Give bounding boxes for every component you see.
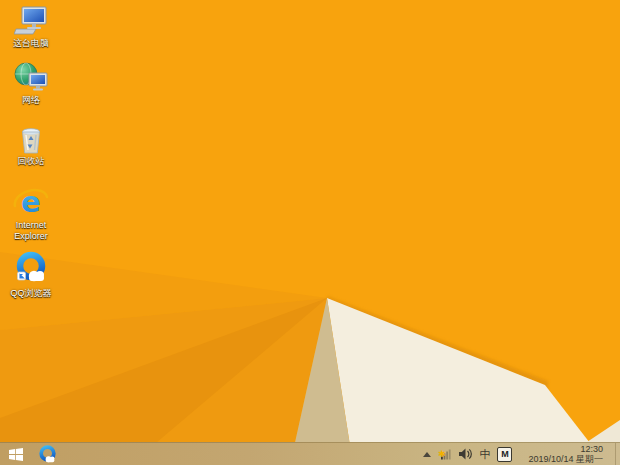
start-button[interactable] [0,443,32,465]
desktop-icon-label: 网络 [4,95,58,106]
volume-icon [459,448,472,460]
qq-browser-icon [38,445,57,464]
clock-date: 2019/10/14 星期一 [528,454,603,464]
windows-logo-icon [9,448,23,461]
desktop-icon-recycle-bin[interactable]: 回收站 [4,123,58,167]
desktop-icon-this-pc[interactable]: 这台电脑 [4,5,58,49]
desktop-icon-label: 这台电脑 [4,38,58,49]
desktop-icon-internet-explorer[interactable]: e Internet Explorer [4,185,58,242]
desktop-icon-label: 回收站 [4,156,58,167]
qq-browser-icon [13,251,49,287]
wallpaper [0,0,620,465]
desktop-icon-network[interactable]: 网络 [4,62,58,106]
internet-explorer-icon: e [13,185,49,219]
desktop-icon-label: Internet Explorer [4,220,58,242]
show-hidden-icons-button[interactable] [423,452,431,457]
desktop-icon-label: QQ浏览器 [4,288,58,299]
chevron-up-icon [423,452,431,457]
taskbar: ✱ 中 M 12:30 2019/10/14 星期一 [0,442,620,465]
svg-text:✱: ✱ [438,449,446,459]
network-icon [14,62,48,94]
taskbar-qq-browser-button[interactable] [32,443,62,465]
show-desktop-button[interactable] [615,443,620,465]
volume-button[interactable] [459,448,472,460]
taskbar-clock[interactable]: 12:30 2019/10/14 星期一 [528,444,603,464]
recycle-bin-icon [14,123,48,155]
this-pc-icon [14,5,48,37]
network-status-button[interactable]: ✱ [438,448,452,461]
ime-badge[interactable]: M [497,447,512,462]
system-tray: ✱ 中 M 12:30 2019/10/14 星期一 [423,443,620,465]
network-warning-icon: ✱ [438,448,452,461]
ime-language-indicator[interactable]: 中 [479,443,490,465]
clock-time: 12:30 [528,444,603,454]
desktop: 这台电脑 网络 [0,0,620,465]
desktop-icon-qq-browser[interactable]: QQ浏览器 [4,251,58,299]
